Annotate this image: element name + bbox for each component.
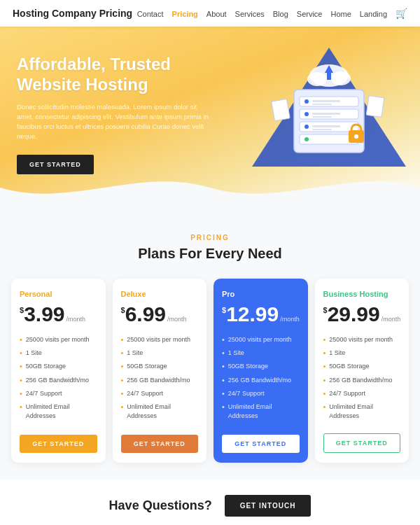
card-personal-title: Personal xyxy=(20,290,97,298)
pricing-cards: Personal $ 3.99 /month 25000 visits per … xyxy=(11,279,409,463)
card-deluxe-period: /month xyxy=(167,316,187,323)
card-business: Business Hosting $ 29.99 /month 25000 vi… xyxy=(315,279,410,463)
faq-button[interactable]: GET INTOUCH xyxy=(225,495,312,517)
nav-about[interactable]: About xyxy=(206,10,227,18)
nav-home[interactable]: Home xyxy=(331,10,351,18)
list-item: Unlimited Email Addresses xyxy=(222,400,300,422)
list-item: 25000 visits per month xyxy=(222,333,300,346)
list-item: 1 Site xyxy=(121,346,199,360)
list-item: 24/7 Support xyxy=(20,387,97,400)
svg-point-17 xyxy=(307,72,327,86)
card-business-price: $ 29.99 /month xyxy=(323,304,401,325)
nav-menu: Contact Pricing About Services Blog Serv… xyxy=(137,7,407,20)
list-item: 1 Site xyxy=(20,346,97,360)
card-personal-amount: 3.99 xyxy=(24,304,64,325)
card-pro-button[interactable]: GET STARTED xyxy=(222,435,300,453)
card-pro-amount: 12.99 xyxy=(226,304,279,325)
svg-rect-23 xyxy=(366,96,384,118)
svg-rect-11 xyxy=(312,104,332,105)
svg-rect-14 xyxy=(312,125,340,127)
list-item: 1 Site xyxy=(222,346,300,360)
nav-landing[interactable]: Landing xyxy=(360,10,387,18)
card-pro-period: /month xyxy=(280,316,300,323)
hero-section: Affordable, Trusted Website Hosting Done… xyxy=(0,27,420,209)
hero-description: Donec sollicitudin molestie malesuada. L… xyxy=(17,102,213,142)
card-pro-title: Pro xyxy=(222,290,300,298)
card-personal-button[interactable]: GET STARTED xyxy=(20,435,97,453)
card-deluxe-title: Deluxe xyxy=(121,290,199,298)
hero-illustration xyxy=(245,41,413,181)
nav-services[interactable]: Services xyxy=(235,10,265,18)
card-personal-features: 25000 visits per month 1 Site 50GB Stora… xyxy=(20,333,97,424)
card-business-title: Business Hosting xyxy=(323,290,401,298)
list-item: 50GB Storage xyxy=(222,360,300,373)
card-business-button[interactable]: GET STARTED xyxy=(323,433,401,453)
list-item: 25000 visits per month xyxy=(323,333,401,346)
hero-get-started-button[interactable]: GET STARTED xyxy=(17,155,94,174)
nav-pricing[interactable]: Pricing xyxy=(172,10,198,18)
list-item: Unlimited Email Addresses xyxy=(20,400,97,422)
svg-rect-22 xyxy=(272,99,290,120)
pricing-title: Plans For Every Need xyxy=(11,246,409,262)
card-deluxe-button[interactable]: GET STARTED xyxy=(121,435,199,453)
card-deluxe: Deluxe $ 6.99 /month 25000 visits per mo… xyxy=(113,279,207,463)
svg-point-6 xyxy=(304,99,309,104)
card-deluxe-features: 25000 visits per month 1 Site 50GB Stora… xyxy=(121,333,199,424)
list-item: 50GB Storage xyxy=(20,360,97,373)
card-pro: Pro $ 12.99 /month 25000 visits per mont… xyxy=(214,279,308,463)
svg-point-21 xyxy=(354,134,358,139)
svg-point-9 xyxy=(304,137,309,141)
svg-point-18 xyxy=(331,71,351,85)
pricing-section: PRICING Plans For Every Need Personal $ … xyxy=(0,209,420,479)
list-item: 25000 visits per month xyxy=(121,333,199,346)
card-business-amount: 29.99 xyxy=(328,304,380,325)
card-business-period: /month xyxy=(382,316,401,323)
navbar: Hosting Company Pricing Contact Pricing … xyxy=(0,0,420,27)
list-item: 24/7 Support xyxy=(222,387,300,400)
list-item: Unlimited Email Addresses xyxy=(121,400,199,422)
list-item: 50GB Storage xyxy=(121,360,199,373)
brand[interactable]: Hosting Company Pricing xyxy=(13,8,132,19)
list-item: 256 GB Bandwidth/mo xyxy=(222,374,300,387)
nav-blog[interactable]: Blog xyxy=(273,10,288,18)
card-pro-features: 25000 visits per month 1 Site 50GB Stora… xyxy=(222,333,300,424)
list-item: 24/7 Support xyxy=(323,387,401,400)
list-item: 256 GB Bandwidth/mo xyxy=(323,374,401,387)
card-personal: Personal $ 3.99 /month 25000 visits per … xyxy=(11,279,106,463)
faq-title: Have Questions? xyxy=(109,498,212,513)
cart-icon[interactable]: 🛒 xyxy=(396,8,407,19)
svg-rect-13 xyxy=(312,116,332,118)
hero-content: Affordable, Trusted Website Hosting Done… xyxy=(17,55,213,174)
svg-rect-10 xyxy=(312,100,340,102)
svg-point-7 xyxy=(304,112,309,116)
list-item: Unlimited Email Addresses xyxy=(323,400,401,422)
list-item: 256 GB Bandwidth/mo xyxy=(20,374,97,387)
card-deluxe-price: $ 6.99 /month xyxy=(121,304,199,325)
nav-service[interactable]: Service xyxy=(297,10,323,18)
svg-rect-15 xyxy=(312,129,332,130)
card-personal-price: $ 3.99 /month xyxy=(20,304,97,325)
pricing-label: PRICING xyxy=(11,234,409,241)
card-pro-price: $ 12.99 /month xyxy=(222,304,300,325)
list-item: 24/7 Support xyxy=(121,387,199,400)
card-business-features: 25000 visits per month 1 Site 50GB Stora… xyxy=(323,333,401,422)
svg-rect-12 xyxy=(312,113,340,115)
list-item: 25000 visits per month xyxy=(20,333,97,346)
list-item: 50GB Storage xyxy=(323,360,401,373)
faq-section: Have Questions? GET INTOUCH xyxy=(0,479,420,525)
list-item: 1 Site xyxy=(323,346,401,360)
svg-point-8 xyxy=(304,125,309,129)
card-deluxe-amount: 6.99 xyxy=(125,304,166,325)
nav-contact[interactable]: Contact xyxy=(137,10,164,18)
card-personal-period: /month xyxy=(66,316,86,323)
list-item: 256 GB Bandwidth/mo xyxy=(121,374,199,387)
hero-title: Affordable, Trusted Website Hosting xyxy=(17,55,213,95)
